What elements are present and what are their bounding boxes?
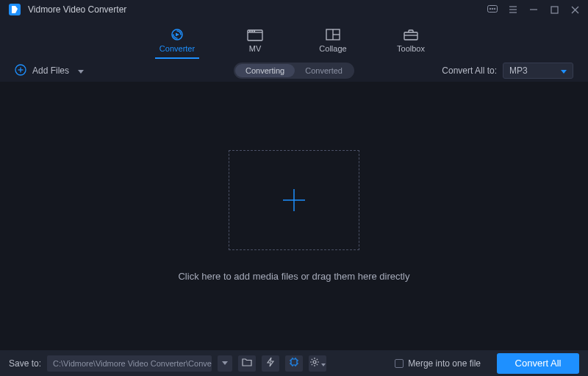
drop-hint: Click here to add media files or drag th… bbox=[178, 271, 409, 282]
toolbox-icon bbox=[403, 28, 419, 41]
save-path-field[interactable]: C:\Vidmore\Vidmore Video Converter\Conve… bbox=[47, 355, 212, 372]
app-logo-icon bbox=[9, 4, 21, 15]
chevron-down-icon bbox=[78, 65, 84, 76]
maximize-icon[interactable] bbox=[548, 4, 560, 15]
svg-marker-31 bbox=[268, 358, 273, 366]
tab-label: MV bbox=[249, 44, 262, 53]
dropzone[interactable] bbox=[229, 150, 359, 250]
add-files-button[interactable]: Add Files bbox=[15, 64, 84, 78]
converter-icon bbox=[169, 28, 185, 41]
tab-label: Converter bbox=[159, 44, 195, 53]
format-select[interactable]: MP3 bbox=[503, 63, 573, 79]
bottombar: Save to: C:\Vidmore\Vidmore Video Conver… bbox=[0, 350, 588, 376]
svg-point-2 bbox=[492, 8, 493, 10]
tab-collage[interactable]: Collage bbox=[311, 24, 355, 59]
main-content: Click here to add media files or drag th… bbox=[0, 82, 588, 350]
svg-marker-27 bbox=[561, 70, 567, 74]
svg-marker-42 bbox=[321, 363, 326, 366]
chevron-down-icon bbox=[321, 358, 326, 369]
top-nav: Converter MV Collage Toolbox bbox=[0, 19, 588, 60]
title-controls bbox=[487, 4, 581, 15]
folder-icon bbox=[242, 358, 252, 369]
tab-converter[interactable]: Converter bbox=[155, 24, 199, 59]
checkbox-icon bbox=[395, 359, 404, 368]
titlebar: Vidmore Video Converter bbox=[0, 0, 588, 19]
svg-point-1 bbox=[490, 8, 491, 10]
merge-label: Merge into one file bbox=[408, 358, 481, 369]
plus-icon bbox=[280, 186, 308, 214]
tab-mv[interactable]: MV bbox=[233, 24, 277, 59]
add-files-label: Add Files bbox=[32, 65, 69, 76]
menu-icon[interactable] bbox=[507, 4, 519, 15]
gear-icon bbox=[309, 357, 320, 369]
tab-toolbox[interactable]: Toolbox bbox=[389, 24, 433, 59]
collage-icon bbox=[325, 28, 341, 41]
convert-all-to-label: Convert All to: bbox=[442, 65, 497, 76]
status-segmented: Converting Converted bbox=[234, 63, 354, 79]
tab-label: Collage bbox=[319, 44, 346, 53]
chevron-down-icon bbox=[561, 65, 567, 76]
segment-converting[interactable]: Converting bbox=[235, 64, 295, 77]
actionbar: Add Files Converting Converted Convert A… bbox=[0, 60, 588, 82]
save-to-label: Save to: bbox=[9, 358, 41, 369]
svg-rect-8 bbox=[551, 7, 558, 13]
format-selected-value: MP3 bbox=[509, 65, 528, 76]
svg-point-15 bbox=[250, 31, 251, 32]
svg-point-17 bbox=[254, 31, 255, 32]
svg-point-16 bbox=[252, 31, 253, 32]
save-path-dropdown[interactable] bbox=[218, 355, 232, 372]
tab-label: Toolbox bbox=[397, 44, 425, 53]
svg-rect-32 bbox=[291, 359, 297, 365]
settings-button[interactable] bbox=[309, 355, 326, 372]
svg-marker-12 bbox=[176, 33, 179, 37]
open-folder-button[interactable] bbox=[238, 355, 256, 372]
add-icon bbox=[15, 64, 26, 78]
segment-converted[interactable]: Converted bbox=[295, 64, 353, 77]
lightning-icon bbox=[266, 357, 275, 369]
svg-rect-21 bbox=[404, 32, 417, 40]
close-icon[interactable] bbox=[569, 4, 581, 15]
svg-marker-26 bbox=[78, 70, 84, 74]
svg-point-41 bbox=[313, 361, 316, 363]
chip-icon bbox=[289, 357, 299, 369]
gpu-accel-button[interactable] bbox=[285, 355, 303, 372]
convert-all-to: Convert All to: MP3 bbox=[442, 63, 573, 79]
mv-icon bbox=[247, 28, 263, 41]
high-speed-button[interactable] bbox=[262, 355, 279, 372]
feedback-icon[interactable] bbox=[487, 4, 498, 15]
minimize-icon[interactable] bbox=[528, 4, 539, 15]
convert-all-button[interactable]: Convert All bbox=[497, 353, 579, 374]
svg-marker-30 bbox=[222, 361, 228, 365]
svg-point-3 bbox=[494, 8, 495, 10]
app-title: Vidmore Video Converter bbox=[28, 4, 487, 15]
merge-checkbox[interactable]: Merge into one file bbox=[395, 358, 481, 369]
